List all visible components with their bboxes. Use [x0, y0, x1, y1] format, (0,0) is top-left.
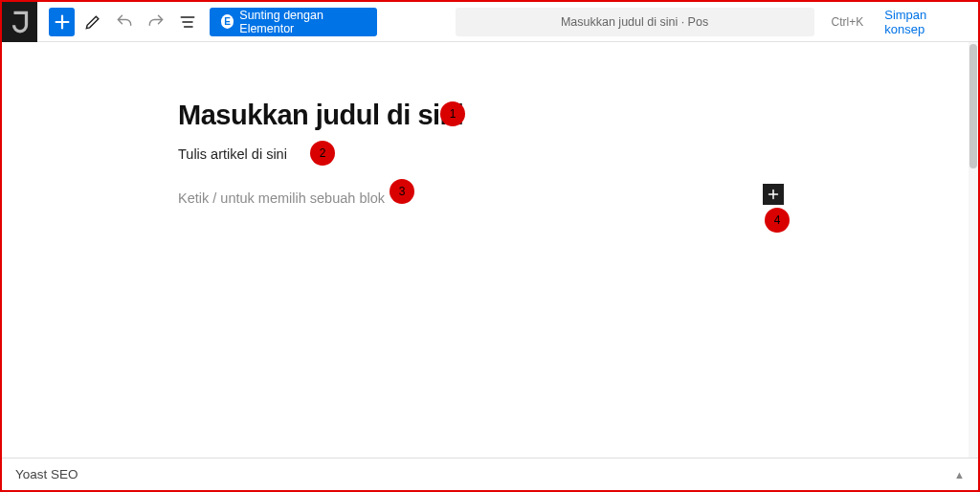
annotation-marker-4: 4 [765, 208, 790, 233]
block-placeholder-text[interactable]: Ketik / untuk memilih sebuah blok [178, 190, 791, 206]
annotation-marker-1: 1 [440, 101, 465, 126]
elementor-icon: E [221, 14, 234, 29]
document-outline-icon[interactable] [174, 8, 200, 36]
scrollbar-thumb[interactable] [969, 44, 977, 168]
top-toolbar: E Sunting dengan Elementor Masukkan judu… [2, 2, 978, 42]
elementor-button-label: Sunting dengan Elementor [239, 9, 365, 35]
redo-icon[interactable] [144, 8, 169, 36]
scrollbar-track[interactable] [969, 42, 978, 458]
editor-canvas: Masukkan judul di sini Tulis artikel di … [2, 42, 978, 458]
edit-tool-icon[interactable] [80, 8, 106, 36]
chevron-up-icon: ▲ [954, 469, 965, 481]
add-block-button[interactable] [49, 8, 75, 36]
undo-icon[interactable] [112, 8, 138, 36]
keyboard-shortcut-hint: Ctrl+K [832, 15, 864, 29]
annotation-marker-3: 3 [390, 179, 414, 204]
save-draft-button[interactable]: Simpan konsep [875, 2, 970, 42]
post-title-input[interactable]: Masukkan judul di sini [178, 100, 791, 131]
annotation-marker-2: 2 [310, 141, 335, 166]
inline-add-block-button[interactable] [763, 184, 784, 205]
site-logo[interactable] [2, 2, 37, 42]
document-title-pill[interactable]: Masukkan judul di sini · Pos [456, 8, 814, 36]
post-paragraph[interactable]: Tulis artikel di sini [178, 146, 791, 162]
edit-with-elementor-button[interactable]: E Sunting dengan Elementor [210, 8, 377, 36]
yoast-seo-panel-toggle[interactable]: Yoast SEO ▲ [2, 458, 978, 490]
document-title-text: Masukkan judul di sini · Pos [561, 15, 708, 29]
yoast-seo-label: Yoast SEO [15, 467, 78, 481]
